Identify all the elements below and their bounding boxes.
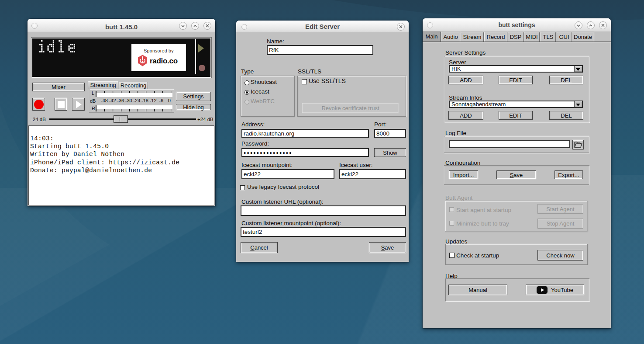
svg-text:-24: -24 <box>133 98 140 103</box>
svg-text:-6: -6 <box>159 98 163 103</box>
svg-text:-12: -12 <box>150 98 157 103</box>
svg-text:-36: -36 <box>117 98 124 103</box>
svg-text:-18: -18 <box>141 98 148 103</box>
svg-text:-42: -42 <box>109 98 116 103</box>
svg-text:-48: -48 <box>101 98 108 103</box>
svg-text:0: 0 <box>168 98 171 103</box>
svg-text:-30: -30 <box>125 98 132 103</box>
